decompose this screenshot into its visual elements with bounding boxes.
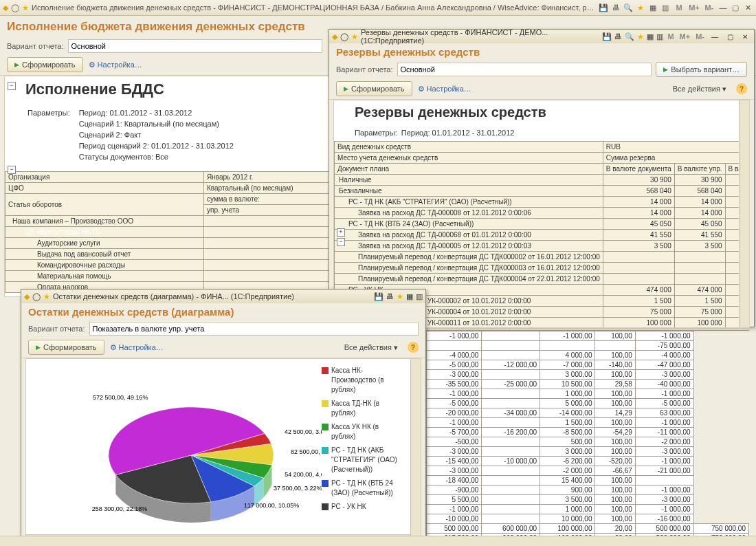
find-icon[interactable]: 🔍: [623, 2, 634, 13]
numeric-grid[interactable]: -1 000,00-1 000,00100,00-1 000,00-75 000…: [426, 330, 749, 544]
table-row[interactable]: -18 400,0015 400,00100,00: [427, 476, 749, 485]
table-row[interactable]: -3 000,00-2 000,00-66,67-21 000,00: [427, 466, 749, 476]
star-icon[interactable]: ★: [397, 292, 403, 301]
tool-icon[interactable]: ▥: [416, 292, 423, 301]
table-row[interactable]: Планируемый перевод / конвертация ДС ТДК…: [335, 263, 751, 274]
print-icon[interactable]: 🖶: [610, 2, 621, 13]
svg-text:82 500,00, 7.08%: 82 500,00, 7.08%: [291, 448, 322, 455]
variant-input[interactable]: [89, 322, 419, 336]
minimize-button[interactable]: —: [718, 2, 729, 13]
m-button[interactable]: M: [672, 2, 686, 13]
m-plus-button[interactable]: M+: [687, 2, 701, 13]
maximize-button[interactable]: ▢: [724, 31, 736, 42]
table-row[interactable]: Безналичные568 040568 04017 140,12: [335, 186, 751, 197]
calendar-icon[interactable]: ▥: [660, 2, 671, 13]
table-row[interactable]: -35 500,00-25 000,0010 500,0029,58-40 00…: [427, 380, 749, 389]
star-icon[interactable]: ★: [635, 2, 646, 13]
tree-collapse-icon[interactable]: −: [337, 238, 345, 246]
table-row[interactable]: Планируемый перевод / конвертация ДС ТДК…: [335, 252, 751, 263]
settings-link[interactable]: ⚙ Настройка…: [110, 343, 164, 352]
table-row[interactable]: -1 000,00-1 000,00100,00-1 000,00: [427, 331, 749, 341]
table-row[interactable]: -500,00500,00100,00-2 000,00: [427, 437, 749, 447]
help-icon[interactable]: ?: [408, 342, 419, 353]
m-minus-button[interactable]: M-: [694, 32, 706, 41]
table-row[interactable]: Наличные30 90030 900969,05: [335, 175, 751, 186]
table-row[interactable]: -5 000,00-12 000,00-7 000,00-140,00-47 0…: [427, 360, 749, 370]
favorite-icon[interactable]: ★: [351, 32, 358, 41]
table-row[interactable]: -4 000,004 000,00100,00-4 000,00: [427, 351, 749, 360]
main-scrollbar-h[interactable]: [0, 536, 756, 546]
tree-collapse-icon[interactable]: −: [8, 166, 16, 174]
app-icon: ◆: [332, 32, 337, 41]
m-plus-button[interactable]: M+: [678, 32, 692, 41]
select-variant-button[interactable]: Выбрать вариант…: [656, 62, 747, 77]
table-row[interactable]: -3 000,003 000,00100,00-3 000,00: [427, 447, 749, 457]
m-minus-button[interactable]: M-: [702, 2, 716, 13]
table-row[interactable]: -3 000,003 000,00100,00-3 000,00: [427, 370, 749, 380]
print-icon[interactable]: 🖶: [614, 32, 622, 41]
tool-icon[interactable]: ▥: [656, 32, 663, 41]
find-icon[interactable]: 🔍: [625, 32, 634, 41]
close-button[interactable]: ✕: [742, 2, 753, 13]
m-button[interactable]: M: [666, 32, 675, 41]
table-row[interactable]: Заявка на расход ДС ТД-000005 от 12.01.2…: [335, 241, 751, 252]
save-icon[interactable]: 💾: [598, 2, 609, 13]
table-row[interactable]: 500 000,00600 000,00100 000,0020,00500 0…: [427, 524, 749, 534]
table-row[interactable]: РС - ТД НК (АКБ "СТРАТЕГИЯ" (ОАО) (Расче…: [335, 197, 751, 208]
tree-expand-icon[interactable]: +: [337, 228, 345, 237]
table-row[interactable]: -15 400,00-10 000,00-6 200,00-520,00-1 0…: [427, 457, 749, 466]
nav-back-icon[interactable]: ◯: [32, 292, 41, 301]
table-row[interactable]: -1 000,001 500,00100,00-1 000,00: [427, 418, 749, 428]
all-actions-menu[interactable]: Все действия ▾: [344, 343, 398, 352]
table-row[interactable]: -75 000,00: [427, 341, 749, 351]
close-button[interactable]: ✕: [739, 31, 751, 42]
reserves-titlebar[interactable]: ◆ ◯ ★ Резервы денежных средств - ФИНАНСИ…: [329, 30, 754, 43]
favorite-icon[interactable]: ★: [22, 3, 29, 12]
table-row[interactable]: -1 000,001 000,00100,00-1 000,00: [427, 389, 749, 399]
balances-titlebar[interactable]: ◆ ◯ ★ Остатки денежных средств (диаграмм…: [21, 290, 425, 303]
run-button[interactable]: Сформировать: [7, 57, 83, 72]
favorite-icon[interactable]: ★: [43, 292, 50, 301]
calc-icon[interactable]: ▦: [647, 2, 658, 13]
balances-page-title: Остатки денежных средств (диаграмма): [21, 303, 425, 320]
nav-back-icon[interactable]: ◯: [340, 32, 348, 41]
scrollbar-vertical[interactable]: [410, 359, 421, 545]
maximize-button[interactable]: ▢: [730, 2, 741, 13]
legend-item: Касса НК-Производство (в рублях): [322, 366, 404, 395]
table-row[interactable]: -1 000,001 000,00100,00-1 000,00: [427, 505, 749, 514]
scrollbar-vertical[interactable]: [739, 100, 749, 327]
table-row[interactable]: Планируемый перевод / конвертация ДС ТДК…: [335, 274, 751, 285]
star-icon[interactable]: ★: [637, 32, 644, 41]
table-row[interactable]: -20 000,00-34 000,00-14 000,0014,2963 00…: [427, 408, 749, 418]
table-row[interactable]: Заявка на расход ДС ТД-000008 от 12.01.2…: [335, 208, 751, 219]
app-icon: ◆: [24, 292, 30, 301]
all-actions-menu[interactable]: Все действия ▾: [673, 85, 726, 94]
table-row[interactable]: -10 000,0010 000,00100,00-16 000,00: [427, 514, 749, 524]
table-row[interactable]: РС - ТД НК (ВТБ 24 (ЗАО) (Расчетный))45 …: [335, 219, 751, 230]
table-row[interactable]: -5 700,00-16 200,00-8 500,00-54,29-11 00…: [427, 428, 749, 437]
settings-link[interactable]: ⚙ Настройка…: [418, 85, 471, 94]
window-title: Остатки денежных средств (диаграмма) - Ф…: [53, 292, 371, 301]
help-icon[interactable]: ?: [736, 83, 747, 94]
variant-input[interactable]: [397, 63, 652, 76]
tool-icon[interactable]: ▦: [406, 292, 413, 301]
tool-icon[interactable]: ▦: [647, 32, 654, 41]
tree-collapse-icon[interactable]: −: [8, 82, 16, 90]
run-button[interactable]: Сформировать: [28, 340, 104, 355]
save-icon[interactable]: 💾: [602, 32, 612, 41]
table-row[interactable]: 5 500,003 500,00100,00-3 000,00: [427, 495, 749, 505]
table-row[interactable]: -5 000,005 000,00100,00-5 000,00: [427, 399, 749, 408]
save-icon[interactable]: 💾: [374, 292, 383, 301]
minimize-button[interactable]: —: [709, 31, 721, 42]
nav-back-icon[interactable]: ◯: [11, 3, 19, 12]
main-title: Исполнение бюджета движения денежных сре…: [32, 3, 595, 12]
main-toolbar: 💾 🖶 🔍 ★ ▦ ▥ M M+ M- — ▢ ✕: [598, 2, 753, 13]
svg-text:572 500,00, 49.16%: 572 500,00, 49.16%: [93, 394, 148, 401]
run-button[interactable]: Сформировать: [336, 81, 412, 96]
print-icon[interactable]: 🖶: [386, 292, 394, 301]
table-row[interactable]: -900,00900,00100,00-1 000,00: [427, 485, 749, 495]
settings-link[interactable]: ⚙ Настройка…: [89, 61, 142, 69]
table-row[interactable]: Заявка на расход ДС ТД-000068 от 01.01.2…: [335, 230, 751, 241]
variant-input[interactable]: [68, 39, 322, 53]
legend-item: РС - УК НК: [322, 502, 404, 512]
